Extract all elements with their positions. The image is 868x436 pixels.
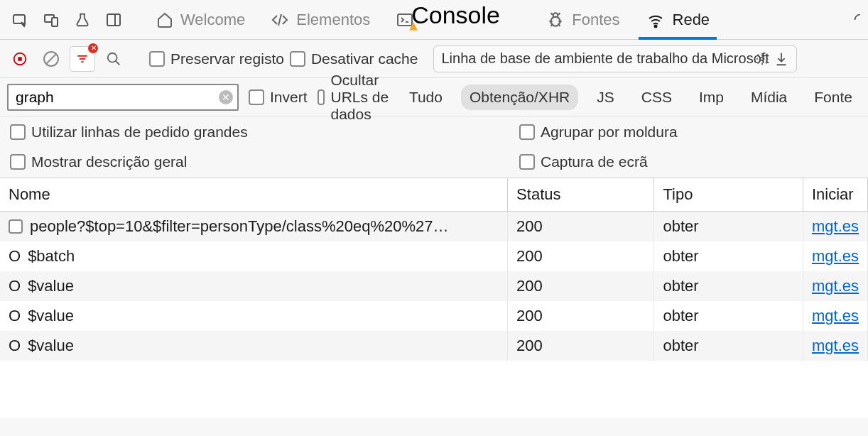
- checkbox-icon: [249, 89, 264, 105]
- filter-type-js[interactable]: JS: [588, 85, 623, 110]
- tab-label: Elementos: [296, 11, 370, 29]
- table-row[interactable]: O$batch200obtermgt.es: [0, 241, 868, 271]
- hide-data-urls-checkbox[interactable]: Ocultar URLs de dados: [318, 72, 391, 123]
- checkbox-icon: [318, 89, 325, 105]
- tab-label: Fontes: [572, 11, 619, 29]
- request-type: obter: [654, 271, 803, 301]
- request-name: $value: [28, 337, 74, 355]
- request-name: $value: [28, 277, 74, 295]
- col-header-initiator[interactable]: Iniciar: [803, 178, 867, 212]
- download-icon[interactable]: [774, 51, 789, 67]
- col-header-type[interactable]: Tipo: [654, 178, 803, 212]
- request-initiator-link[interactable]: mgt.es: [812, 217, 859, 235]
- checkbox-icon: [149, 51, 165, 67]
- request-name: $batch: [28, 247, 75, 266]
- table-row[interactable]: O$value200obtermgt.es: [0, 331, 868, 361]
- devtools-main-tabs: Welcome Elementos Console Fontes Rede: [0, 0, 868, 40]
- svg-point-17: [760, 57, 764, 60]
- gear-icon: [755, 52, 769, 66]
- tab-elements[interactable]: Elementos: [258, 0, 383, 40]
- wifi-icon: [646, 11, 666, 28]
- device-toggle-icon[interactable]: [36, 4, 67, 36]
- checkbox-text: Mostrar descrição geral: [31, 153, 187, 170]
- disable-cache-checkbox[interactable]: Desativar cache: [290, 50, 418, 67]
- tab-welcome[interactable]: Welcome: [143, 0, 258, 40]
- filter-toggle-button[interactable]: ✕: [70, 46, 95, 72]
- throttling-select[interactable]: Linha de base de ambiente de trabalho da…: [433, 45, 796, 72]
- inspect-icon[interactable]: [4, 4, 36, 36]
- checkbox-text: Preservar registo: [170, 50, 284, 67]
- dock-side-icon[interactable]: [98, 4, 129, 36]
- checkbox-icon: [290, 51, 305, 67]
- col-header-status[interactable]: Status: [508, 178, 654, 212]
- request-initiator-link[interactable]: mgt.es: [812, 277, 859, 295]
- code-icon: [271, 11, 289, 28]
- row-circle-icon: O: [9, 278, 21, 294]
- checkbox-icon: [519, 124, 535, 140]
- throttling-label: Linha de base de ambiente de trabalho da…: [441, 50, 769, 67]
- col-header-name[interactable]: Nome: [0, 178, 508, 212]
- svg-rect-9: [18, 57, 22, 61]
- row-circle-icon: O: [9, 308, 21, 324]
- preserve-log-checkbox[interactable]: Preservar registo: [149, 50, 284, 67]
- request-initiator-link[interactable]: mgt.es: [812, 337, 859, 354]
- row-checkbox-icon[interactable]: [9, 219, 23, 234]
- tab-label: Welcome: [180, 11, 245, 29]
- bug-icon: [546, 11, 565, 29]
- svg-rect-2: [52, 18, 58, 26]
- show-overview-checkbox[interactable]: Mostrar descrição geral: [10, 153, 349, 170]
- table-row[interactable]: people?$top=10&$filter=personType/class%…: [0, 212, 868, 242]
- svg-rect-3: [107, 14, 120, 26]
- table-row[interactable]: O$value200obtermgt.es: [0, 271, 868, 301]
- invert-checkbox[interactable]: Invert: [249, 89, 308, 106]
- request-name: $value: [28, 307, 74, 325]
- svg-rect-0: [13, 15, 25, 23]
- more-tabs-icon[interactable]: [852, 4, 868, 36]
- row-circle-icon: O: [9, 338, 21, 354]
- svg-point-7: [654, 25, 656, 27]
- screenshots-checkbox[interactable]: Captura de ecrã: [519, 153, 858, 170]
- home-icon: [156, 11, 173, 28]
- checkbox-icon: [519, 154, 535, 170]
- request-name: people?$top=10&$filter=personType/class%…: [30, 217, 449, 236]
- filter-type-all[interactable]: Tudo: [401, 85, 451, 110]
- filter-bar: ✕ Invert Ocultar URLs de dados Tudo Obte…: [0, 78, 868, 116]
- checkbox-text: Utilizar linhas de pedido grandes: [31, 124, 248, 141]
- table-row[interactable]: O$value200obtermgt.es: [0, 301, 868, 331]
- filter-type-font[interactable]: Fonte: [805, 85, 861, 110]
- tab-network[interactable]: Rede: [633, 0, 723, 40]
- filter-type-media[interactable]: Mídia: [742, 85, 796, 110]
- filter-type-fetch-xhr[interactable]: Obtenção/XHR: [461, 85, 578, 110]
- table-header-row: Nome Status Tipo Iniciar: [0, 178, 868, 212]
- request-type: obter: [654, 301, 803, 331]
- large-rows-checkbox[interactable]: Utilizar linhas de pedido grandes: [10, 124, 349, 141]
- checkbox-text: Desativar cache: [311, 50, 418, 67]
- checkbox-text: Agrupar por moldura: [541, 124, 678, 141]
- tab-console[interactable]: Console: [383, 0, 427, 40]
- group-by-frame-checkbox[interactable]: Agrupar por moldura: [519, 124, 858, 141]
- clear-button[interactable]: [38, 46, 64, 72]
- row-circle-icon: O: [9, 249, 21, 264]
- checkbox-icon: [10, 154, 26, 170]
- request-initiator-link[interactable]: mgt.es: [812, 247, 859, 265]
- request-status: 200: [508, 301, 654, 331]
- request-initiator-link[interactable]: mgt.es: [812, 307, 859, 325]
- experiments-icon[interactable]: [67, 4, 98, 36]
- record-button[interactable]: [7, 46, 33, 72]
- checkbox-text: Ocultar URLs de dados: [330, 72, 390, 123]
- filter-input[interactable]: [7, 84, 239, 111]
- checkbox-icon: [10, 124, 26, 140]
- filter-type-css[interactable]: CSS: [633, 85, 680, 110]
- filter-type-img[interactable]: Imp: [690, 85, 732, 110]
- network-requests-table: Nome Status Tipo Iniciar people?$top=10&…: [0, 178, 868, 418]
- svg-line-16: [116, 60, 120, 65]
- tab-sources[interactable]: Fontes: [533, 0, 632, 40]
- request-type: obter: [654, 241, 803, 271]
- request-type: obter: [654, 331, 803, 361]
- request-status: 200: [508, 241, 654, 271]
- svg-point-15: [108, 53, 117, 62]
- search-button[interactable]: [101, 46, 126, 72]
- clear-filter-icon[interactable]: ✕: [219, 90, 233, 104]
- request-status: 200: [508, 212, 654, 242]
- checkbox-text: Invert: [270, 89, 308, 106]
